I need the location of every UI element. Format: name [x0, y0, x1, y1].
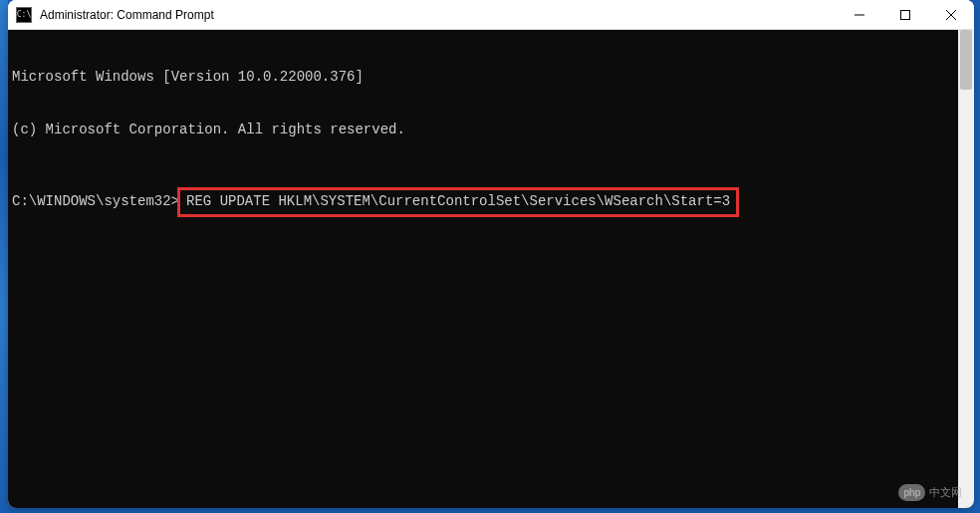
- window-controls: [837, 0, 974, 29]
- terminal-area: Microsoft Windows [Version 10.0.22000.37…: [8, 30, 974, 508]
- window-title: Administrator: Command Prompt: [40, 8, 837, 22]
- cmd-icon-text: C:\: [17, 11, 31, 19]
- maximize-button[interactable]: [882, 0, 928, 29]
- terminal-prompt-line: C:\WINDOWS\system32> REG UPDATE HKLM\SYS…: [12, 187, 954, 217]
- close-icon: [946, 10, 956, 20]
- maximize-icon: [900, 10, 910, 20]
- watermark-badge: php: [898, 484, 925, 501]
- terminal-prompt: C:\WINDOWS\system32>: [12, 193, 179, 211]
- highlighted-command: REG UPDATE HKLM\SYSTEM\CurrentControlSet…: [177, 187, 739, 217]
- command-prompt-window: C:\ Administrator: Command Prompt: [8, 0, 974, 508]
- vertical-scrollbar[interactable]: [958, 30, 974, 508]
- watermark-text: 中文网: [929, 485, 962, 500]
- close-button[interactable]: [928, 0, 974, 29]
- scrollbar-thumb[interactable]: [960, 30, 972, 90]
- minimize-icon: [855, 10, 864, 20]
- minimize-button[interactable]: [837, 0, 882, 29]
- title-bar[interactable]: C:\ Administrator: Command Prompt: [8, 0, 974, 30]
- watermark: php 中文网: [898, 484, 962, 501]
- svg-rect-1: [901, 10, 910, 19]
- cmd-icon: C:\: [16, 7, 32, 23]
- terminal-version-line: Microsoft Windows [Version 10.0.22000.37…: [12, 69, 954, 87]
- terminal-content[interactable]: Microsoft Windows [Version 10.0.22000.37…: [8, 30, 958, 508]
- desktop-left-edge: [0, 0, 8, 513]
- terminal-copyright-line: (c) Microsoft Corporation. All rights re…: [12, 122, 954, 139]
